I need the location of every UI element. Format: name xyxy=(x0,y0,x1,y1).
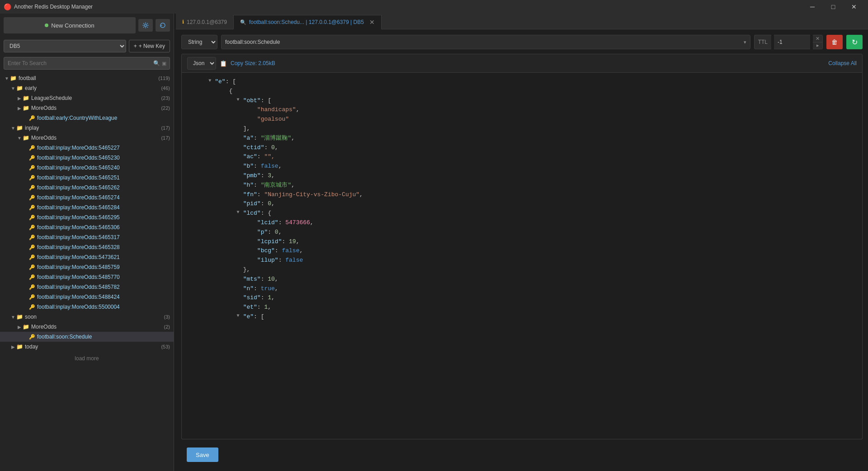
tree-folder-moreodds-inplay[interactable]: ▼ 📁 MoreOdds (17) xyxy=(0,133,174,143)
tree-folder-early[interactable]: ▼ 📁 early (46) xyxy=(0,83,174,93)
list-item[interactable]: 🔑football:inplay:MoreOdds:5465262 xyxy=(0,183,174,193)
trash-icon: 🗑 xyxy=(831,38,838,46)
list-item[interactable]: 🔑football:inplay:MoreOdds:5465230 xyxy=(0,153,174,163)
tree-folder-soon[interactable]: ▼ 📁 soon (3) xyxy=(0,312,174,322)
list-item[interactable]: 🔑football:inplay:MoreOdds:5473621 xyxy=(0,252,174,262)
maximize-button[interactable]: □ xyxy=(823,0,844,14)
ttl-increment-button[interactable]: ▸ xyxy=(813,42,822,49)
key-icon: 🔑 xyxy=(29,274,35,280)
save-button[interactable]: Save xyxy=(187,447,218,462)
key-icon: 🔑 xyxy=(29,185,35,191)
folder-icon: 📁 xyxy=(16,85,23,91)
window-controls: ─ □ ✕ xyxy=(802,0,864,14)
list-item[interactable]: 🔑football:inplay:MoreOdds:5465317 xyxy=(0,232,174,242)
folder-icon: 📁 xyxy=(10,75,17,81)
key-icon: 🔑 xyxy=(29,304,35,310)
filter-icon: ▣ xyxy=(162,61,166,66)
minimize-button[interactable]: ─ xyxy=(802,0,823,14)
chevron-right-icon: ▶ xyxy=(16,325,23,330)
json-line: { xyxy=(191,87,853,96)
new-connection-button[interactable]: New Connection xyxy=(4,17,136,33)
list-item[interactable]: 🔑football:inplay:MoreOdds:5465328 xyxy=(0,242,174,252)
list-item[interactable]: 🔑football:inplay:MoreOdds:5465227 xyxy=(0,143,174,153)
key-dropdown-icon[interactable]: ▾ xyxy=(744,39,746,45)
chevron-down-icon: ▼ xyxy=(10,86,16,91)
list-item[interactable]: 🔑football:inplay:MoreOdds:5465306 xyxy=(0,222,174,232)
refresh-key-button[interactable]: ↻ xyxy=(846,35,863,49)
list-item[interactable]: 🔑football:inplay:MoreOdds:5465251 xyxy=(0,173,174,183)
json-line: "h": "南京城市", xyxy=(191,181,853,190)
list-item[interactable]: 🔑football:inplay:MoreOdds:5485770 xyxy=(0,272,174,282)
toggle-icon[interactable]: ▼ xyxy=(235,96,241,104)
json-line: ▼"obt": [ xyxy=(191,96,853,106)
list-item[interactable]: 🔑football:inplay:MoreOdds:5465240 xyxy=(0,163,174,173)
format-selector[interactable]: Json xyxy=(187,57,216,70)
toggle-icon[interactable]: ▼ xyxy=(235,209,241,216)
tree-folder-inplay[interactable]: ▼ 📁 inplay (17) xyxy=(0,123,174,133)
new-key-button[interactable]: + + New Key xyxy=(129,40,170,52)
app-title: Another Redis Desktop Manager xyxy=(14,4,93,10)
tab-key-editor[interactable]: 🔍 football:soon:Schedu... | 127.0.0.1@63… xyxy=(233,15,382,29)
ttl-clear-button[interactable]: ✕ xyxy=(813,35,822,42)
sidebar-header: New Connection xyxy=(0,14,174,37)
key-icon: 🔑 xyxy=(29,145,35,151)
copy-size-label[interactable]: Copy Size: 2.05kB xyxy=(231,60,275,66)
tab-close-icon[interactable]: ✕ xyxy=(369,19,375,25)
json-line: "ilup": false xyxy=(191,256,853,265)
tree-folder-today[interactable]: ▶ 📁 today (53) xyxy=(0,342,174,352)
key-icon: 🔑 xyxy=(29,215,35,221)
editor-area: String ▾ TTL ✕ ▸ 🗑 xyxy=(176,29,868,471)
folder-icon: 📁 xyxy=(16,344,23,350)
ttl-input[interactable] xyxy=(774,35,810,49)
list-item[interactable]: 🔑football:inplay:MoreOdds:5488424 xyxy=(0,292,174,302)
tree-leaf-schedule[interactable]: 🔑 football:soon:Schedule xyxy=(0,332,174,342)
toggle-icon[interactable]: ▼ xyxy=(207,77,213,85)
tree-folder-moreodds-early[interactable]: ▶ 📁 MoreOdds (22) xyxy=(0,103,174,113)
toggle-icon[interactable]: ▼ xyxy=(235,312,241,320)
key-name-input[interactable] xyxy=(225,39,744,45)
key-icon: 🔑 xyxy=(29,155,35,161)
refresh-connections-button[interactable] xyxy=(156,19,170,32)
type-selector[interactable]: String xyxy=(181,35,217,49)
save-bar: Save xyxy=(181,444,863,466)
tree-folder-moreodds-soon[interactable]: ▶ 📁 MoreOdds (2) xyxy=(0,322,174,332)
json-line: "n": true, xyxy=(191,284,853,294)
json-line: "ac": "", xyxy=(191,152,853,162)
json-line: "et": 1, xyxy=(191,303,853,312)
json-viewer[interactable]: ▼"e": [ { ▼"obt": [ "handicaps", "goalso… xyxy=(181,73,863,439)
json-line: "goalsou" xyxy=(191,115,853,124)
load-more-button[interactable]: load more xyxy=(0,352,174,365)
json-line: ▼"e": [ xyxy=(191,77,853,87)
db-selector[interactable]: DB5 xyxy=(4,40,126,52)
list-item[interactable]: 🔑football:inplay:MoreOdds:5485759 xyxy=(0,262,174,272)
json-line: "handicaps", xyxy=(191,105,853,115)
tree-folder-football[interactable]: ▼ 📁 football (119) xyxy=(0,73,174,83)
key-icon: 🔑 xyxy=(29,334,35,340)
key-icon: 🔑 xyxy=(29,235,35,240)
json-line: "fn": "Nanjing-City-vs-Zibo-Cuju", xyxy=(191,190,853,200)
folder-icon: 📁 xyxy=(23,324,29,330)
collapse-all-button[interactable]: Collapse All xyxy=(828,60,857,66)
chevron-down-icon: ▼ xyxy=(10,126,16,131)
list-item[interactable]: 🔑football:inplay:MoreOdds:5465274 xyxy=(0,193,174,203)
refresh-icon: ↻ xyxy=(852,38,858,47)
folder-icon: 📁 xyxy=(23,105,29,111)
list-item[interactable]: 🔑football:inplay:MoreOdds:5465284 xyxy=(0,203,174,212)
list-item[interactable]: 🔑football:inplay:MoreOdds:5465295 xyxy=(0,212,174,222)
list-item[interactable]: 🔑football:inplay:MoreOdds:5485782 xyxy=(0,282,174,292)
tree-folder-leagueschedule[interactable]: ▶ 📁 LeagueSchedule (23) xyxy=(0,93,174,103)
json-line: "lcid": 5473666, xyxy=(191,218,853,228)
search-icons: 🔍 ▣ xyxy=(153,60,166,66)
search-input[interactable] xyxy=(4,57,170,70)
key-bar: String ▾ TTL ✕ ▸ 🗑 xyxy=(181,35,863,49)
search-row: 🔍 ▣ xyxy=(0,55,174,71)
tab-connection[interactable]: ℹ 127.0.0.1@6379 xyxy=(176,14,233,29)
key-icon: 🔑 xyxy=(29,195,35,201)
close-button[interactable]: ✕ xyxy=(844,0,864,14)
settings-button[interactable] xyxy=(138,19,153,32)
tree-leaf-countrywithleague[interactable]: 🔑 football:early:CountryWithLeague xyxy=(0,113,174,123)
delete-key-button[interactable]: 🗑 xyxy=(826,35,843,49)
list-item[interactable]: 🔑football:inplay:MoreOdds:5500004 xyxy=(0,302,174,312)
tree-container[interactable]: ▼ 📁 football (119) ▼ 📁 early (46) ▶ 📁 Le… xyxy=(0,71,174,471)
info-icon: ℹ xyxy=(182,19,184,25)
